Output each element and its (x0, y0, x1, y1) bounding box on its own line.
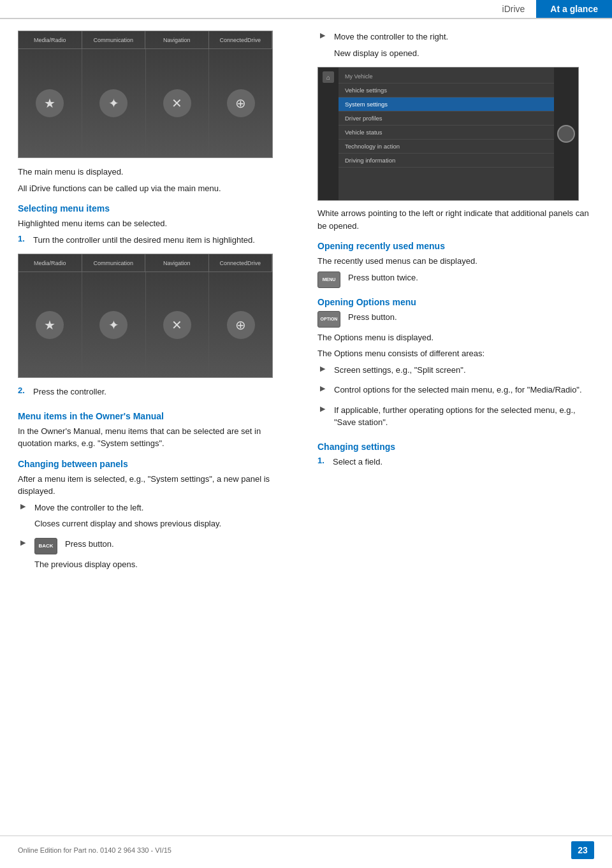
page-footer: Online Edition for Part no. 0140 2 964 3… (0, 835, 612, 859)
heading-opening-recently: Opening recently used menus (317, 241, 594, 251)
connected-icon-2: ⊕ (227, 311, 255, 339)
idrive-tab: iDrive (491, 0, 537, 18)
options-bullet-2-text: Control options for the selected main me… (334, 384, 582, 396)
arrow-icon-2: ▶ (20, 538, 29, 575)
heading-changing-settings: Changing settings (317, 442, 594, 452)
tab-connecteddrive: ConnectedDrive (209, 31, 273, 48)
step-1-text: Turn the controller until the desired me… (33, 234, 255, 247)
comm-icon-2: ✦ (99, 311, 127, 339)
side-panel-screen: ⌂ My Vehicle Vehicle settings System set… (317, 67, 579, 201)
menu-item-driver-profiles: Driver profiles (339, 112, 554, 126)
knob-icon (557, 125, 575, 143)
bullet-move-left-sub: Closes current display and shows previou… (34, 517, 221, 530)
home-icon: ⌂ (323, 71, 334, 83)
icon-cell-2: ✦ (82, 49, 146, 157)
menu-item-vehicle-status: Vehicle status (339, 126, 554, 140)
step-1: 1. Turn the controller until the desired… (18, 234, 293, 250)
back-button-icon: BACK (34, 538, 57, 554)
move-right-text: Move the controller to the right. (334, 31, 448, 43)
move-right-sub: New display is opened. (334, 47, 448, 60)
options-bullet-1-text: Screen settings, e.g., "Split screen". (334, 364, 466, 377)
settings-step-1-num: 1. (317, 456, 328, 472)
bullet-move-left-text: Move the controller to the left. (34, 502, 221, 514)
tab2-communication: Communication (82, 254, 146, 271)
screen-left-bar: ⌂ (318, 68, 339, 200)
back-press-row: BACK Press button. (34, 538, 138, 554)
right-column: ▶ Move the controller to the right. New … (311, 31, 594, 578)
menu-item-system-settings: System settings (339, 98, 554, 112)
step-2: 2. Press the controller. (18, 386, 293, 402)
menu-item-vehicle-settings: Vehicle settings (339, 83, 554, 98)
media-icon-2: ★ (36, 311, 64, 339)
options-bullet-1: ▶ Screen settings, e.g., "Split screen". (317, 364, 594, 380)
bullet-move-left: ▶ Move the controller to the left. Close… (18, 502, 293, 534)
menu-press-text: Press button twice. (348, 271, 418, 284)
menu-tabs-bar: Media/Radio Communication Navigation Con… (18, 31, 272, 49)
arrows-description: White arrows pointing to the left or rig… (317, 207, 594, 232)
arrow-icon-right: ▶ (320, 31, 329, 63)
icon-cell-7: ✕ (146, 272, 210, 377)
settings-step-1-text: Select a field. (333, 456, 382, 468)
tab-media-radio: Media/Radio (18, 31, 82, 48)
intro-text-2: All iDrive functions can be called up vi… (18, 182, 293, 195)
arrow-icon-1: ▶ (20, 502, 29, 534)
changing-panels-body: After a menu item is selected, e.g., "Sy… (18, 473, 293, 498)
back-press-sub: The previous display opens. (34, 558, 138, 571)
recently-used-body: The recently used menus can be displayed… (317, 255, 594, 268)
arrow-icon-opt3: ▶ (320, 404, 329, 433)
arrow-icon-opt2: ▶ (320, 384, 329, 400)
menu-press-row: MENU Press button twice. (317, 271, 594, 288)
heading-selecting-menu-items: Selecting menu items (18, 203, 293, 213)
icon-cell-4: ⊕ (209, 49, 272, 157)
main-menu-screen-top: Media/Radio Communication Navigation Con… (18, 31, 273, 158)
option-button-icon: OPTION (317, 311, 340, 328)
menu-icons-row-2: ★ ✦ ✕ ⊕ (18, 272, 272, 377)
menu-tabs-bar-2: Media/Radio Communication Navigation Con… (18, 254, 272, 272)
step-2-num: 2. (18, 386, 28, 402)
options-bullet-3-text: If applicable, further operating options… (334, 404, 594, 429)
icon-cell-6: ✦ (82, 272, 146, 377)
menu-icons-row: ★ ✦ ✕ ⊕ (18, 49, 272, 157)
main-menu-screen-bottom: Media/Radio Communication Navigation Con… (18, 254, 273, 378)
option-press-row: OPTION Press button. (317, 311, 594, 328)
icon-cell-5: ★ (18, 272, 82, 377)
icon-cell-8: ⊕ (209, 272, 272, 377)
options-bullet-3: ▶ If applicable, further operating optio… (317, 404, 594, 433)
menu-item-technology-in-action: Technology in action (339, 140, 554, 154)
tab2-connecteddrive: ConnectedDrive (209, 254, 273, 271)
main-content: Media/Radio Communication Navigation Con… (0, 19, 612, 590)
left-column: Media/Radio Communication Navigation Con… (18, 31, 311, 578)
page-header: iDrive At a glance (0, 0, 612, 19)
screen-knob-area (554, 68, 578, 200)
comm-icon: ✦ (99, 89, 127, 117)
heading-menu-items-manual: Menu items in the Owner's Manual (18, 411, 293, 421)
options-menu-body2: The Options menu consists of different a… (317, 347, 594, 360)
heading-changing-panels: Changing between panels (18, 459, 293, 469)
step-2-text: Press the controller. (33, 386, 106, 398)
selecting-menu-body: Highlighted menu items can be selected. (18, 217, 293, 230)
screen-menu-list: My Vehicle Vehicle settings System setti… (339, 68, 554, 200)
intro-text-1: The main menu is displayed. (18, 166, 293, 178)
bullet-back-btn: ▶ BACK Press button. The previous displa… (18, 538, 293, 575)
back-press-text: Press button. (65, 538, 114, 551)
step-1-num: 1. (18, 234, 28, 250)
menu-button-icon: MENU (317, 271, 340, 288)
nav-icon-2: ✕ (163, 311, 191, 339)
heading-opening-options: Opening Options menu (317, 297, 594, 307)
menu-item-driving-information: Driving information (339, 154, 554, 168)
options-bullet-2: ▶ Control options for the selected main … (317, 384, 594, 400)
connected-icon: ⊕ (227, 89, 255, 117)
tab2-navigation: Navigation (145, 254, 209, 271)
options-menu-body1: The Options menu is displayed. (317, 331, 594, 344)
icon-cell-3: ✕ (146, 49, 210, 157)
settings-step-1: 1. Select a field. (317, 456, 594, 472)
menu-items-manual-body: In the Owner's Manual, menu items that c… (18, 425, 293, 450)
media-icon: ★ (36, 89, 64, 117)
tab2-media-radio: Media/Radio (18, 254, 82, 271)
arrow-icon-opt1: ▶ (320, 364, 329, 380)
menu-item-my-vehicle: My Vehicle (339, 70, 554, 83)
option-press-text: Press button. (348, 311, 397, 324)
ataglance-tab: At a glance (536, 0, 612, 18)
tab-navigation: Navigation (145, 31, 209, 48)
nav-icon: ✕ (163, 89, 191, 117)
